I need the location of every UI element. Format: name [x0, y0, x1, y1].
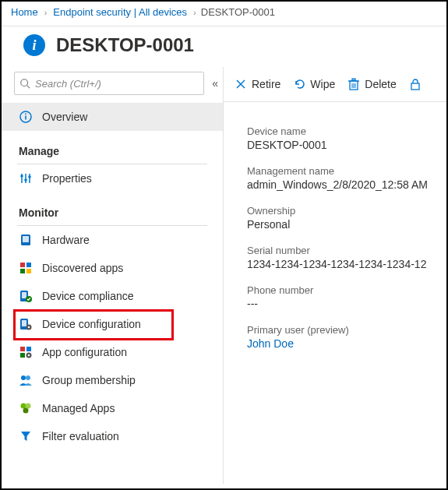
field-label-management-name: Management name [247, 165, 446, 177]
field-label-serial: Serial number [247, 245, 446, 256]
sidebar: Search (Ctrl+/) « Overview Manage Proper… [2, 67, 224, 484]
svg-rect-25 [26, 347, 31, 351]
svg-point-10 [28, 175, 31, 178]
svg-rect-26 [20, 353, 25, 358]
svg-rect-24 [20, 347, 25, 351]
sidebar-item-device-compliance[interactable]: Device compliance [2, 282, 223, 310]
breadcrumb: Home › Endpoint security | All devices ›… [2, 2, 446, 26]
sidebar-item-filter-evaluation[interactable]: Filter evaluation [2, 422, 223, 450]
sidebar-item-label: Device configuration [42, 318, 141, 330]
device-details: Device name DESKTOP-0001 Management name… [224, 102, 446, 350]
field-value-management-name: admin_Windows_2/8/2020_12:58 AM [247, 178, 446, 191]
sidebar-item-group-membership[interactable]: Group membership [2, 366, 223, 394]
device-gear-icon [19, 317, 33, 331]
sidebar-item-label: Overview [42, 111, 87, 123]
main-panel: Retire Wipe Delete Device name DESKTOP-0… [224, 67, 446, 484]
svg-rect-12 [23, 236, 29, 242]
field-value-ownership: Personal [247, 218, 446, 231]
svg-point-8 [20, 174, 23, 178]
sidebar-item-label: Managed Apps [42, 402, 115, 414]
svg-point-33 [23, 408, 29, 414]
breadcrumb-home[interactable]: Home [11, 6, 38, 18]
retire-button[interactable]: Retire [235, 78, 280, 90]
svg-point-23 [28, 326, 30, 329]
toolbar-label: Wipe [310, 78, 335, 90]
filter-icon [19, 429, 33, 443]
lock-icon [409, 78, 422, 90]
sidebar-item-label: App configuration [42, 346, 127, 358]
info-icon: i [23, 34, 45, 56]
sidebar-item-managed-apps[interactable]: Managed Apps [2, 394, 223, 422]
field-value-serial: 1234-1234-1234-1234-1234-1234-12 [247, 258, 446, 270]
field-label-phone: Phone number [247, 284, 446, 296]
managed-apps-icon [19, 401, 33, 415]
lock-button[interactable] [409, 78, 426, 90]
sidebar-item-label: Device compliance [42, 290, 134, 302]
svg-rect-18 [22, 292, 26, 298]
sidebar-item-label: Discovered apps [42, 262, 123, 274]
toolbar-label: Delete [365, 78, 396, 90]
svg-point-0 [21, 79, 28, 86]
apps-icon [19, 261, 33, 275]
field-label-ownership: Ownership [247, 205, 446, 217]
field-label-primary-user: Primary user (preview) [247, 324, 446, 336]
svg-rect-4 [25, 114, 26, 115]
trash-icon [347, 78, 360, 90]
field-value-phone: --- [247, 298, 446, 310]
sidebar-item-label: Properties [42, 172, 92, 185]
wipe-button[interactable]: Wipe [293, 78, 335, 90]
sidebar-item-properties[interactable]: Properties [2, 164, 223, 192]
sidebar-item-hardware[interactable]: Hardware [2, 226, 223, 254]
sidebar-item-app-configuration[interactable]: App configuration [2, 338, 223, 366]
svg-point-28 [28, 354, 30, 357]
sidebar-item-overview[interactable]: Overview [2, 103, 223, 131]
close-icon [235, 78, 247, 90]
breadcrumb-endpoint-security[interactable]: Endpoint security | All devices [53, 6, 187, 18]
sidebar-group-monitor: Monitor [2, 192, 223, 222]
svg-point-30 [26, 375, 30, 380]
svg-point-31 [21, 404, 26, 409]
page-header: i DESKTOP-0001 [2, 26, 446, 67]
svg-rect-13 [20, 263, 25, 267]
sidebar-item-discovered-apps[interactable]: Discovered apps [2, 254, 223, 282]
collapse-sidebar-button[interactable]: « [212, 77, 218, 90]
svg-rect-15 [20, 269, 25, 273]
device-check-icon [19, 289, 33, 303]
toolbar-label: Retire [252, 78, 280, 90]
device-icon [19, 233, 33, 247]
group-icon [19, 373, 33, 387]
svg-point-9 [24, 178, 27, 182]
field-label-device-name: Device name [247, 125, 446, 137]
sidebar-item-label: Filter evaluation [42, 430, 119, 442]
undo-icon [293, 78, 305, 90]
search-placeholder: Search (Ctrl+/) [35, 78, 101, 90]
info-icon [19, 110, 33, 124]
field-value-device-name: DESKTOP-0001 [247, 139, 446, 151]
page-title: DESKTOP-0001 [56, 34, 194, 56]
svg-rect-16 [26, 269, 31, 273]
svg-point-32 [26, 404, 31, 409]
sidebar-item-device-configuration[interactable]: Device configuration [2, 310, 223, 338]
svg-rect-42 [411, 83, 419, 90]
search-icon [19, 78, 30, 89]
chevron-right-icon: › [44, 8, 48, 17]
apps-gear-icon [19, 345, 33, 359]
chevron-right-icon: › [193, 8, 196, 17]
sidebar-group-manage: Manage [2, 131, 223, 160]
breadcrumb-current: DESKTOP-0001 [201, 6, 275, 18]
primary-user-link[interactable]: John Doe [247, 337, 446, 350]
svg-rect-21 [22, 320, 26, 326]
sidebar-item-label: Hardware [42, 234, 90, 246]
sidebar-item-label: Group membership [42, 374, 136, 386]
delete-button[interactable]: Delete [347, 78, 396, 90]
svg-rect-3 [25, 116, 26, 120]
sliders-icon [19, 171, 33, 185]
toolbar: Retire Wipe Delete [224, 67, 446, 102]
svg-point-29 [21, 375, 26, 380]
svg-line-1 [27, 86, 30, 89]
search-input[interactable]: Search (Ctrl+/) [14, 72, 204, 95]
svg-rect-14 [26, 263, 31, 267]
svg-rect-38 [352, 79, 355, 80]
